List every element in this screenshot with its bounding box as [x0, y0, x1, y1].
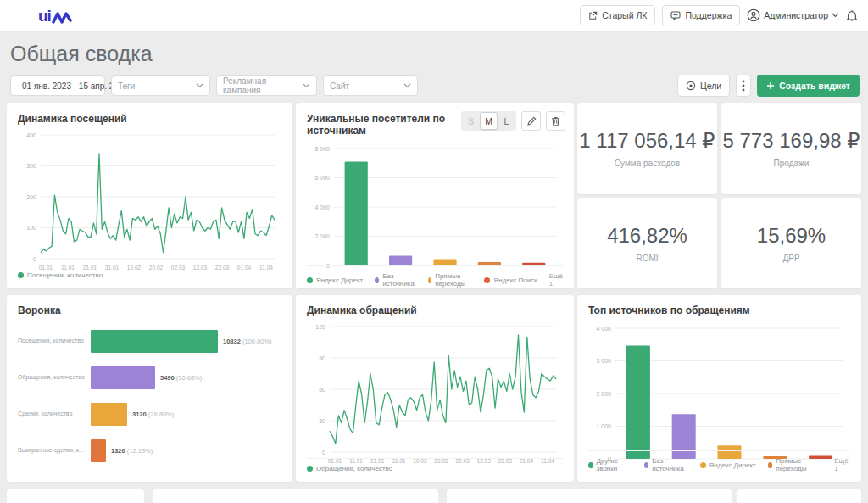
funnel-row: Сделки, количество3120 (28.80%) [18, 403, 281, 426]
funnel-row: Выигранные сделки, к...1320 (12.19%) [18, 439, 281, 462]
card-funnel: Воронка Посещения, количество10832 (100.… [7, 295, 292, 482]
legend-item[interactable]: Яндекс.Поиск [484, 277, 537, 284]
funnel-bar [91, 403, 127, 426]
top-sources-legend: Другие звонкиБез источникаЯндекс.ДиректП… [588, 450, 850, 472]
size-toggle: S M L [461, 111, 516, 131]
kpi-value: 5 773 169,98 ₽ [722, 129, 860, 153]
card-title: Воронка [18, 305, 281, 316]
legend-dot-icon [700, 462, 706, 468]
delete-widget-button[interactable] [546, 111, 565, 131]
logo-text: ui [38, 8, 51, 24]
svg-text:300: 300 [26, 163, 36, 169]
funnel-chart: Посещения, количество10832 (100.00%)Обра… [18, 316, 281, 472]
kpi-value: 1 117 056,14 ₽ [579, 129, 715, 153]
logo-wave-icon [52, 11, 72, 24]
campaign-select-value: Рекламная кампания [223, 76, 303, 95]
legend-dot-icon [484, 277, 490, 283]
card-title: Динамика посещений [18, 113, 281, 125]
funnel-row-value: 10832 (100.00%) [223, 338, 272, 345]
legend-item[interactable]: Без источника [375, 272, 416, 288]
edit-widget-button[interactable] [521, 111, 541, 131]
tags-select[interactable]: Теги [111, 75, 210, 96]
funnel-row: Обращения, количество5490 (50.68%) [18, 366, 281, 389]
site-select[interactable]: Сайт [323, 75, 418, 96]
legend-item[interactable]: Яндекс.Директ [307, 277, 363, 284]
svg-text:2 000: 2 000 [314, 233, 330, 239]
funnel-row-value: 1320 (12.19%) [111, 447, 153, 455]
kpi-grid: 1 117 056,14 ₽ Сумма расходов 5 773 169,… [577, 103, 861, 288]
unique-visitors-bar-chart: 02 0004 0006 0008 000 [307, 140, 563, 265]
avatar-icon [747, 8, 760, 22]
more-options-button[interactable] [736, 75, 751, 97]
funnel-row-label: Обращения, количество [18, 374, 91, 381]
campaign-select[interactable]: Рекламная кампания [216, 75, 317, 96]
legend-dot-icon [644, 462, 649, 468]
card-title: Уникальные посетители по источникам [307, 113, 485, 137]
legend-dot-icon [307, 277, 313, 283]
kpi-value: 15,69% [757, 224, 826, 248]
card-visits-dynamics: Динамика посещений 010020030040001.0111.… [7, 103, 292, 288]
svg-text:60: 60 [319, 387, 326, 393]
svg-text:90: 90 [319, 355, 326, 361]
chevron-down-icon [832, 13, 839, 18]
card-partial [737, 489, 861, 503]
card-top-sources: Топ источников по обращениям 01 0002 000… [577, 295, 861, 482]
funnel-row-value: 5490 (50.68%) [160, 374, 202, 382]
legend-item[interactable]: Другие звонки [588, 457, 632, 472]
funnel-row-value: 3120 (28.80%) [132, 411, 174, 418]
requests-line-chart: 030609012001.0111.0121.0131.0110.0220.02… [307, 320, 563, 458]
size-s-button[interactable]: S [462, 112, 480, 130]
card-unique-visitors: Уникальные посетители по источникам S M … [296, 103, 574, 288]
kpi-label: ДРР [782, 254, 799, 263]
kebab-menu-icon [742, 80, 745, 92]
filter-bar: 01 янв. 2023 - 15 апр. 2023 Теги Рекламн… [10, 75, 860, 97]
date-range-picker[interactable]: 01 янв. 2023 - 15 апр. 2023 [10, 75, 105, 96]
svg-text:6 000: 6 000 [314, 175, 330, 181]
support-button[interactable]: Поддержка [662, 5, 740, 25]
legend-more-link[interactable]: Ещё 1 [834, 457, 850, 472]
goals-button[interactable]: Цели [677, 75, 730, 97]
legend-dot-icon [428, 277, 432, 283]
legend-item[interactable]: Яндекс.Директ [700, 461, 756, 469]
size-l-button[interactable]: L [498, 112, 515, 130]
legend-dot-icon [18, 272, 24, 278]
legend-item[interactable]: Прямые переходы [768, 457, 823, 472]
card-partial [447, 489, 732, 503]
top-sources-bar-chart: 01 0002 0003 0004 000 [588, 320, 850, 450]
size-m-button[interactable]: M [480, 112, 498, 130]
legend-item[interactable]: Обращения, количество [307, 465, 392, 472]
legend-dot-icon [375, 277, 379, 283]
user-menu[interactable]: Администратор [747, 8, 839, 22]
user-name: Администратор [764, 10, 828, 20]
legend-dot-icon [588, 462, 593, 468]
card-title: Динамика обращений [307, 305, 563, 316]
page-title: Общая сводка [10, 42, 868, 66]
card-title: Топ источников по обращениям [588, 305, 850, 316]
plus-icon [766, 81, 775, 90]
kpi-value: 416,82% [607, 224, 687, 248]
create-widget-button[interactable]: Создать виджет [757, 75, 860, 97]
tags-select-value: Теги [118, 81, 135, 91]
svg-text:2 000: 2 000 [596, 391, 611, 397]
chevron-down-icon [403, 83, 411, 88]
legend-more-link[interactable]: Ещё 1 [549, 272, 563, 288]
goals-label: Цели [700, 81, 721, 91]
old-lk-button[interactable]: Старый ЛК [580, 5, 655, 25]
top-bar: ui Старый ЛК Поддержка Администратор [0, 0, 868, 31]
kpi-drr: 15,69% ДРР [721, 198, 861, 289]
bell-icon[interactable] [846, 9, 858, 22]
legend-item[interactable]: Посещения, количество [18, 271, 103, 279]
svg-text:4 000: 4 000 [596, 326, 611, 332]
visits-line-chart: 010020030040001.0111.0121.0131.0110.0220… [18, 128, 281, 265]
uis-logo[interactable]: ui [38, 8, 72, 24]
old-lk-label: Старый ЛК [602, 10, 647, 20]
card-partial [7, 489, 144, 503]
legend-item[interactable]: Прямые переходы [428, 272, 473, 288]
legend-item[interactable]: Без источника [644, 457, 688, 472]
card-requests-dynamics: Динамика обращений 030609012001.0111.012… [296, 295, 574, 482]
funnel-bar [91, 366, 155, 389]
svg-text:120: 120 [315, 324, 326, 330]
svg-text:200: 200 [26, 194, 36, 200]
requests-legend: Обращения, количество [307, 458, 563, 472]
kpi-expenses: 1 117 056,14 ₽ Сумма расходов [577, 103, 717, 194]
